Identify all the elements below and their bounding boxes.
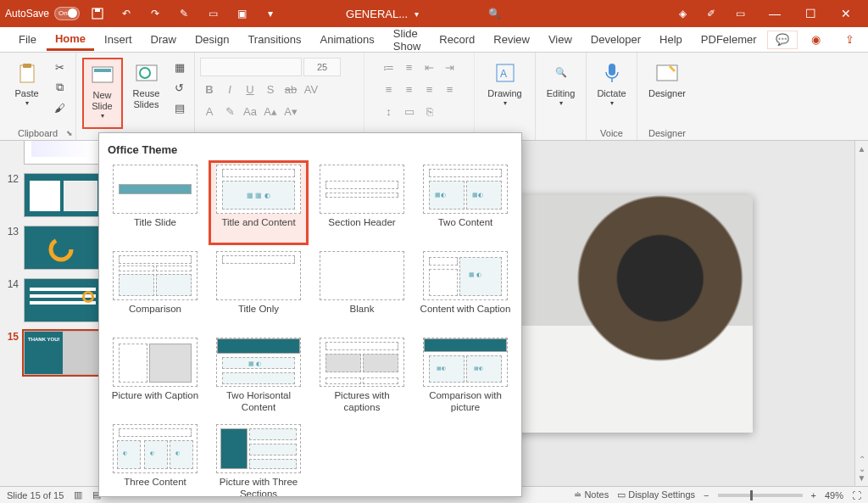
tab-record[interactable]: Record — [431, 30, 483, 49]
scroll-up-icon[interactable]: ▲ — [858, 144, 866, 154]
undo-icon[interactable]: ↶ — [115, 3, 137, 25]
redo-icon[interactable]: ↷ — [144, 3, 166, 25]
layout-picture-with-caption[interactable]: Picture with Caption — [108, 336, 203, 416]
share-icon[interactable]: ⇪ — [835, 31, 865, 49]
diamond-icon[interactable]: ◈ — [671, 3, 693, 25]
thumbnail-partial[interactable] — [3, 141, 104, 165]
layout-pictures-with-captions[interactable]: Pictures with captions — [314, 336, 409, 416]
layout-title-slide[interactable]: Title Slide — [108, 163, 203, 243]
layout-title-only[interactable]: Title Only — [211, 249, 306, 329]
new-slide-icon — [91, 63, 114, 87]
svg-rect-12 — [657, 65, 677, 81]
comments-icon[interactable]: 💬 — [767, 31, 798, 49]
next-slide-icon[interactable]: ⌄ — [859, 464, 865, 473]
drawing-button[interactable]: A Drawing▾ — [485, 58, 526, 129]
present-icon[interactable]: ▣ — [231, 3, 253, 25]
copy-icon[interactable]: ⧉ — [51, 78, 70, 97]
accessibility-icon[interactable]: ▥ — [74, 489, 82, 500]
zoom-out-icon[interactable]: − — [704, 490, 709, 500]
tab-transitions[interactable]: Transitions — [239, 30, 309, 49]
layout-two-content[interactable]: ▦◐▦◐ Two Content — [418, 163, 513, 243]
new-slide-gallery: Office Theme Title Slide ▦ ▦ ◐ Title and… — [98, 132, 522, 497]
window-icon[interactable]: ▭ — [729, 3, 751, 25]
tab-design[interactable]: Design — [186, 30, 237, 49]
layout-blank[interactable]: Blank — [314, 249, 409, 329]
paste-button[interactable]: Paste ▾ — [7, 58, 47, 129]
zoom-slider[interactable] — [718, 494, 803, 497]
group-drawing: A Drawing▾ — [475, 53, 536, 140]
overflow-icon[interactable]: ▾ — [259, 3, 281, 25]
thumbnail-13[interactable]: 13 — [3, 226, 104, 270]
reuse-slides-button[interactable]: Reuse Slides — [126, 58, 167, 129]
display-settings-button[interactable]: ▭ Display Settings — [617, 489, 695, 500]
chevron-down-icon: ▾ — [25, 99, 29, 108]
chevron-down-icon: ▾ — [101, 112, 104, 120]
format-painter-icon[interactable]: 🖌 — [51, 98, 70, 117]
clipboard-launcher-icon[interactable]: ⬊ — [66, 129, 73, 137]
eyedropper-icon[interactable]: ✐ — [700, 3, 722, 25]
scroll-down-icon[interactable]: ▼ — [858, 473, 866, 483]
titlebar: AutoSave On ↶ ↷ ✎ ▭ ▣ ▾ GENERAL... ▾ 🔍 ◈… — [0, 0, 868, 27]
thumbnail-12[interactable]: 12 — [3, 173, 104, 217]
editing-button[interactable]: 🔍 Editing▾ — [541, 58, 581, 129]
microphone-icon — [600, 61, 624, 85]
thumbnail-15[interactable]: 15 THANK YOU! — [3, 331, 104, 375]
tab-pdfelement[interactable]: PDFelemer — [693, 30, 765, 49]
layout-three-content[interactable]: ◐◐◐ Three Content — [108, 422, 203, 497]
touch-mode-icon[interactable]: ✎ — [173, 3, 195, 25]
cut-icon[interactable]: ✂ — [51, 58, 70, 76]
search-icon[interactable]: 🔍 — [483, 3, 505, 25]
vertical-scrollbar[interactable]: ▲ ⌃ ⌄ ▼ — [854, 141, 868, 486]
prev-slide-icon[interactable]: ⌃ — [859, 455, 865, 464]
tab-draw[interactable]: Draw — [142, 30, 185, 49]
layout-picture-with-three-sections[interactable]: Picture with Three Sections — [211, 422, 306, 497]
tab-insert[interactable]: Insert — [96, 30, 141, 49]
dictate-button[interactable]: Dictate▾ — [592, 58, 632, 129]
designer-button[interactable]: Designer — [647, 58, 687, 129]
find-icon: 🔍 — [549, 61, 573, 85]
reset-icon[interactable]: ↺ — [170, 78, 189, 97]
fit-to-window-icon[interactable]: ⛶ — [852, 490, 861, 500]
title-dropdown-icon[interactable]: ▾ — [415, 9, 419, 19]
notes-button[interactable]: ≐ Notes — [574, 489, 609, 500]
window-controls: — ☐ ✕ — [758, 0, 863, 27]
zoom-in-icon[interactable]: + — [811, 490, 816, 500]
minimize-button[interactable]: — — [758, 0, 792, 27]
slide-counter: Slide 15 of 15 — [7, 490, 64, 500]
tab-review[interactable]: Review — [485, 30, 538, 49]
autosave-switch[interactable]: On — [54, 7, 80, 20]
section-icon[interactable]: ▤ — [170, 98, 189, 117]
layout-title-and-content[interactable]: ▦ ▦ ◐ Title and Content — [211, 163, 306, 243]
autosave-toggle[interactable]: AutoSave On — [5, 7, 80, 20]
tab-help[interactable]: Help — [651, 30, 691, 49]
svg-rect-5 — [94, 69, 111, 72]
svg-text:A: A — [500, 68, 507, 80]
layout-section-header[interactable]: Section Header — [314, 163, 409, 243]
zoom-value: 49% — [825, 490, 843, 500]
tab-file[interactable]: File — [10, 30, 45, 49]
tab-home[interactable]: Home — [47, 29, 94, 51]
maximize-button[interactable]: ☐ — [793, 0, 827, 27]
svg-rect-3 — [23, 64, 31, 68]
layout-content-with-caption[interactable]: ▦ ◐ Content with Caption — [418, 249, 513, 329]
close-button[interactable]: ✕ — [829, 0, 863, 27]
save-icon[interactable] — [86, 3, 108, 25]
drawing-icon: A — [493, 61, 517, 85]
from-beginning-icon[interactable]: ▭ — [202, 3, 224, 25]
tab-view[interactable]: View — [540, 30, 581, 49]
tab-slideshow[interactable]: Slide Show — [385, 24, 430, 56]
paste-icon — [15, 61, 39, 85]
designer-icon — [655, 61, 679, 85]
slide-thumbnails[interactable]: 12 13 14 15 THANK YOU! — [0, 141, 108, 486]
gallery-title: Office Theme — [108, 143, 513, 156]
tab-developer[interactable]: Developer — [582, 30, 649, 49]
thumbnail-14[interactable]: 14 — [3, 278, 104, 322]
layout-two-horizontal-content[interactable]: ▦ ◐ Two Horisontal Content — [211, 336, 306, 416]
new-slide-button[interactable]: New Slide ▾ — [82, 58, 123, 129]
record-indicator-icon[interactable]: ◉ — [801, 31, 832, 49]
layout-comparison[interactable]: Comparison — [108, 249, 203, 329]
tab-animations[interactable]: Animations — [312, 30, 383, 49]
group-voice: Dictate▾ Voice — [587, 53, 637, 140]
layout-icon[interactable]: ▦ — [170, 58, 189, 76]
layout-comparison-with-picture[interactable]: ▦◐▦◐ Comparison with picture — [418, 336, 513, 416]
